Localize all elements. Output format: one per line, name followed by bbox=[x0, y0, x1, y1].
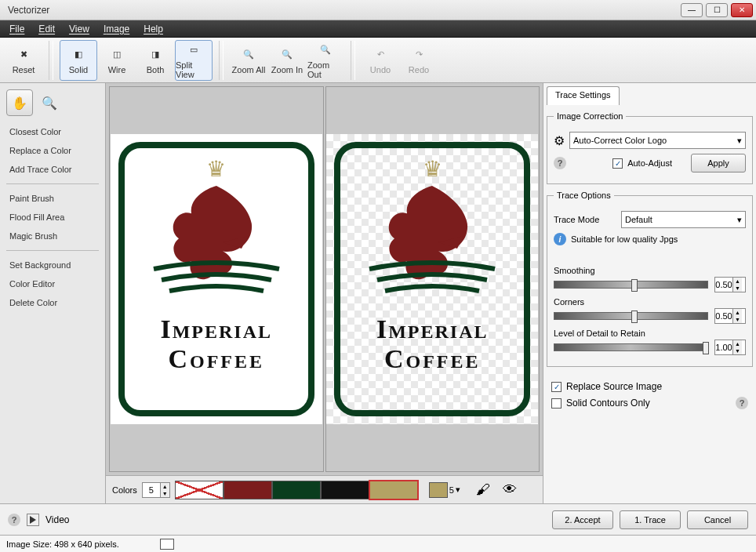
close-button[interactable]: ✕ bbox=[731, 3, 753, 17]
image-correction-group: Image Correction ⚙ Auto-Correct Color Lo… bbox=[547, 111, 753, 184]
menu-help[interactable]: Help bbox=[137, 22, 169, 36]
toolbar-solid[interactable]: ◧ Solid bbox=[60, 40, 97, 81]
swatch-green[interactable] bbox=[272, 481, 321, 499]
statusbar: Image Size: 498 x 640 pixels. bbox=[0, 535, 756, 552]
logo-line2: Coffee bbox=[326, 344, 538, 374]
auto-adjust-checkbox[interactable]: ✓ bbox=[612, 158, 623, 169]
right-panel: Trace Settings Image Correction ⚙ Auto-C… bbox=[543, 83, 756, 503]
smoothing-slider[interactable] bbox=[554, 281, 708, 289]
swatch-row bbox=[175, 481, 418, 499]
detail-value[interactable]: 1.00▲▼ bbox=[714, 340, 746, 355]
logo-line1: Imperial bbox=[111, 314, 322, 344]
play-icon bbox=[30, 516, 36, 524]
sidebar-closest-color[interactable]: Closest Color bbox=[2, 122, 104, 141]
magnifier-icon: 🔍 bbox=[42, 96, 57, 111]
trace-button[interactable]: 1. Trace bbox=[620, 510, 681, 529]
menubar: File Edit View Image Help bbox=[0, 20, 756, 38]
corners-slider[interactable] bbox=[554, 312, 708, 320]
eyedropper-button[interactable]: 🖌 bbox=[473, 480, 493, 500]
accept-button[interactable]: 2. Accept bbox=[552, 510, 613, 529]
video-label[interactable]: Video bbox=[45, 514, 69, 525]
toolbar-undo[interactable]: ↶ Undo bbox=[362, 40, 399, 81]
menu-view[interactable]: View bbox=[63, 22, 96, 36]
toolbar-wire[interactable]: ◫ Wire bbox=[98, 40, 136, 81]
sidebar-add-trace-color[interactable]: Add Trace Color bbox=[2, 160, 104, 179]
canvas-pane-traced[interactable]: ♛ Imperial Coffee bbox=[325, 86, 540, 472]
sidebar-replace-color[interactable]: Replace a Color bbox=[2, 141, 104, 160]
status-swatch bbox=[160, 539, 174, 550]
help-icon[interactable]: ? bbox=[736, 397, 748, 409]
swoosh-graphic bbox=[365, 260, 499, 299]
sidebar-delete-color[interactable]: Delete Color bbox=[2, 293, 104, 312]
sidebar-magic-brush[interactable]: Magic Brush bbox=[2, 227, 104, 245]
sidebar-set-background[interactable]: Set Background bbox=[2, 256, 104, 274]
spin-down-icon[interactable]: ▼ bbox=[160, 490, 169, 497]
swatch-red[interactable] bbox=[224, 481, 272, 499]
help-icon[interactable]: ? bbox=[8, 514, 20, 526]
solid-contours-checkbox[interactable] bbox=[551, 398, 562, 409]
sidebar: ✋ 🔍 Closest Color Replace a Color Add Tr… bbox=[0, 83, 106, 503]
toolbar-splitview[interactable]: ▭ Split View bbox=[175, 40, 213, 81]
toolbar-reset[interactable]: ✖ Reset bbox=[5, 40, 42, 81]
toolbar-zoomin[interactable]: 🔍 Zoom In bbox=[268, 40, 306, 81]
solid-icon: ◧ bbox=[70, 46, 87, 64]
color-preset-dropdown[interactable]: 5 ▾ bbox=[423, 482, 460, 498]
colors-count-spinner[interactable]: 5 ▲▼ bbox=[142, 482, 170, 498]
zoom-tool-button[interactable]: 🔍 bbox=[36, 89, 63, 116]
menu-edit[interactable]: Edit bbox=[32, 22, 61, 36]
zoomall-icon: 🔍 bbox=[240, 46, 257, 64]
bottombar: ? Video 2. Accept 1. Trace Cancel bbox=[0, 503, 756, 535]
tab-trace-settings[interactable]: Trace Settings bbox=[547, 86, 620, 105]
wire-icon: ◫ bbox=[108, 46, 125, 64]
selected-swatch bbox=[429, 482, 448, 498]
help-icon[interactable]: ? bbox=[554, 157, 566, 169]
swatch-white[interactable] bbox=[175, 481, 224, 499]
undo-icon: ↶ bbox=[372, 46, 389, 64]
cancel-button[interactable]: Cancel bbox=[687, 510, 748, 529]
trace-mode-combo[interactable]: Default ▾ bbox=[621, 211, 746, 228]
video-play-button[interactable] bbox=[27, 514, 39, 526]
spin-up-icon[interactable]: ▲ bbox=[160, 483, 169, 490]
toolbar-zoomall[interactable]: 🔍 Zoom All bbox=[230, 40, 267, 81]
sidebar-paint-brush[interactable]: Paint Brush bbox=[2, 189, 104, 208]
toolbar-redo[interactable]: ↷ Redo bbox=[400, 40, 438, 81]
colors-strip: Colors 5 ▲▼ 5 ▾ 🖌 👁 bbox=[106, 475, 543, 503]
toolbar-both[interactable]: ◨ Both bbox=[136, 40, 174, 81]
eye-preview-button[interactable]: 👁 bbox=[500, 480, 520, 500]
swoosh-graphic bbox=[150, 260, 283, 299]
swatch-black[interactable] bbox=[321, 481, 369, 499]
toolbar: ✖ Reset ◧ Solid ◫ Wire ◨ Both ▭ Split Vi… bbox=[0, 38, 756, 83]
trace-options-group: Trace Options Trace Mode Default ▾ i Sui… bbox=[547, 191, 753, 367]
chevron-down-icon: ▾ bbox=[737, 215, 742, 225]
maximize-button[interactable]: ☐ bbox=[706, 3, 728, 17]
hand-icon: ✋ bbox=[12, 96, 27, 111]
detail-slider[interactable] bbox=[554, 343, 708, 351]
sidebar-color-editor[interactable]: Color Editor bbox=[2, 274, 104, 293]
corners-value[interactable]: 0.50▲▼ bbox=[714, 308, 746, 324]
smoothing-value[interactable]: 0.50▲▼ bbox=[714, 277, 746, 292]
swatch-tan-selected[interactable] bbox=[369, 481, 418, 499]
zoomout-icon: 🔍 bbox=[317, 42, 334, 59]
sidebar-flood-fill[interactable]: Flood Fill Area bbox=[2, 208, 104, 227]
canvas-pane-original[interactable]: ♛ Imperial Coffee bbox=[109, 86, 324, 472]
both-icon: ◨ bbox=[147, 46, 164, 64]
zoomin-icon: 🔍 bbox=[278, 46, 296, 64]
colors-label: Colors bbox=[112, 485, 137, 495]
image-correction-mode-combo[interactable]: Auto-Correct Color Logo ▾ bbox=[569, 132, 746, 149]
menu-file[interactable]: File bbox=[3, 22, 31, 36]
logo-traced: ♛ Imperial Coffee bbox=[326, 134, 538, 424]
titlebar: Vectorizer — ☐ ✕ bbox=[0, 0, 756, 20]
hand-tool-button[interactable]: ✋ bbox=[6, 89, 33, 116]
minimize-button[interactable]: — bbox=[681, 3, 703, 17]
logo-line1: Imperial bbox=[326, 314, 538, 344]
split-icon: ▭ bbox=[185, 42, 202, 59]
menu-image[interactable]: Image bbox=[97, 22, 136, 36]
canvas-area: ♛ Imperial Coffee ♛ bbox=[106, 83, 543, 503]
gear-icon: ⚙ bbox=[554, 133, 565, 148]
window-title: Vectorizer bbox=[8, 5, 49, 16]
toolbar-zoomout[interactable]: 🔍 Zoom Out bbox=[307, 40, 344, 81]
logo-line2: Coffee bbox=[111, 344, 322, 374]
apply-button[interactable]: Apply bbox=[691, 154, 746, 172]
logo-original: ♛ Imperial Coffee bbox=[111, 134, 322, 424]
replace-source-checkbox[interactable]: ✓ bbox=[551, 382, 562, 392]
